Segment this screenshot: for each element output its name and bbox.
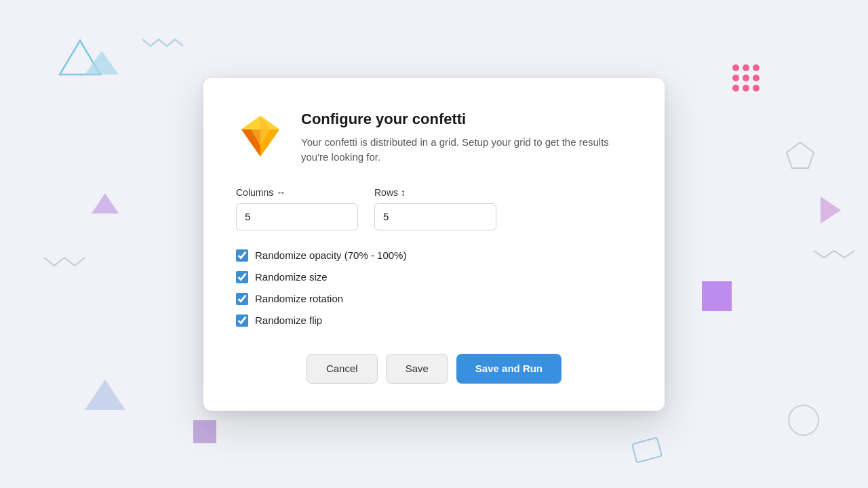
columns-input[interactable] (236, 203, 358, 230)
columns-field-group: Columns ↔ (236, 187, 358, 230)
checkbox-randomize-opacity[interactable]: Randomize opacity (70% - 100%) (236, 249, 632, 262)
rows-label: Rows ↕ (374, 187, 496, 198)
dialog-description: Your confetti is distributed in a grid. … (301, 135, 632, 165)
checkbox-randomize-rotation-label: Randomize rotation (255, 293, 343, 304)
fields-row: Columns ↔ Rows ↕ (236, 187, 632, 230)
dialog-header: Configure your confetti Your confetti is… (236, 110, 632, 165)
rows-input[interactable] (374, 203, 496, 230)
dialog-title: Configure your confetti (301, 110, 632, 128)
save-and-run-button[interactable]: Save and Run (456, 354, 561, 384)
checkbox-randomize-rotation-input[interactable] (236, 293, 248, 305)
checkboxes-group: Randomize opacity (70% - 100%) Randomize… (236, 249, 632, 327)
dialog: Configure your confetti Your confetti is… (203, 78, 665, 411)
rows-field-group: Rows ↕ (374, 187, 496, 230)
checkbox-randomize-size-input[interactable] (236, 271, 248, 283)
checkbox-randomize-flip[interactable]: Randomize flip (236, 314, 632, 327)
save-button[interactable]: Save (386, 354, 448, 384)
columns-label: Columns ↔ (236, 187, 358, 198)
sketch-icon (236, 110, 285, 159)
checkbox-randomize-flip-input[interactable] (236, 314, 248, 327)
checkbox-randomize-opacity-label: Randomize opacity (70% - 100%) (255, 249, 406, 261)
dialog-header-text: Configure your confetti Your confetti is… (301, 110, 632, 165)
checkbox-randomize-opacity-input[interactable] (236, 249, 248, 262)
checkbox-randomize-rotation[interactable]: Randomize rotation (236, 293, 632, 305)
checkbox-randomize-flip-label: Randomize flip (255, 314, 322, 326)
checkbox-randomize-size-label: Randomize size (255, 271, 328, 283)
dialog-overlay: Configure your confetti Your confetti is… (0, 0, 868, 488)
checkbox-randomize-size[interactable]: Randomize size (236, 271, 632, 283)
dialog-footer: Cancel Save Save and Run (236, 354, 632, 384)
cancel-button[interactable]: Cancel (307, 354, 378, 384)
